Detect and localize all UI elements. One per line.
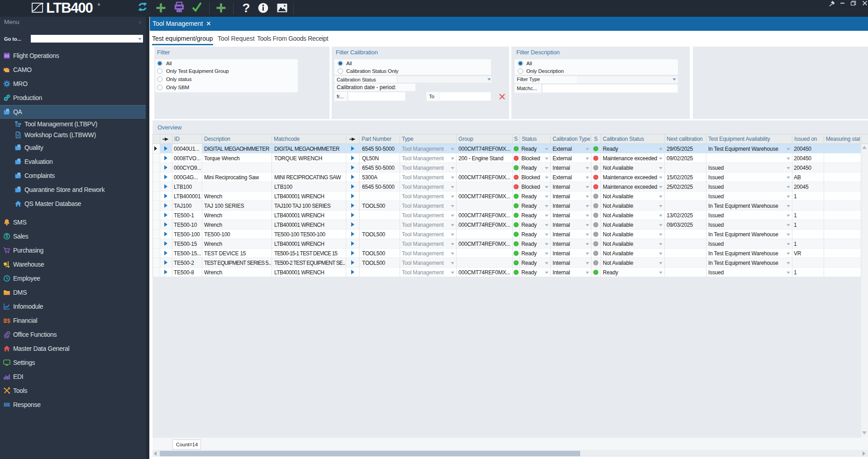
svg-text:$: $: [7, 317, 10, 324]
svg-text:$: $: [5, 234, 8, 239]
svg-text:LTB400: LTB400: [46, 1, 92, 15]
svg-text:®: ®: [98, 3, 100, 6]
